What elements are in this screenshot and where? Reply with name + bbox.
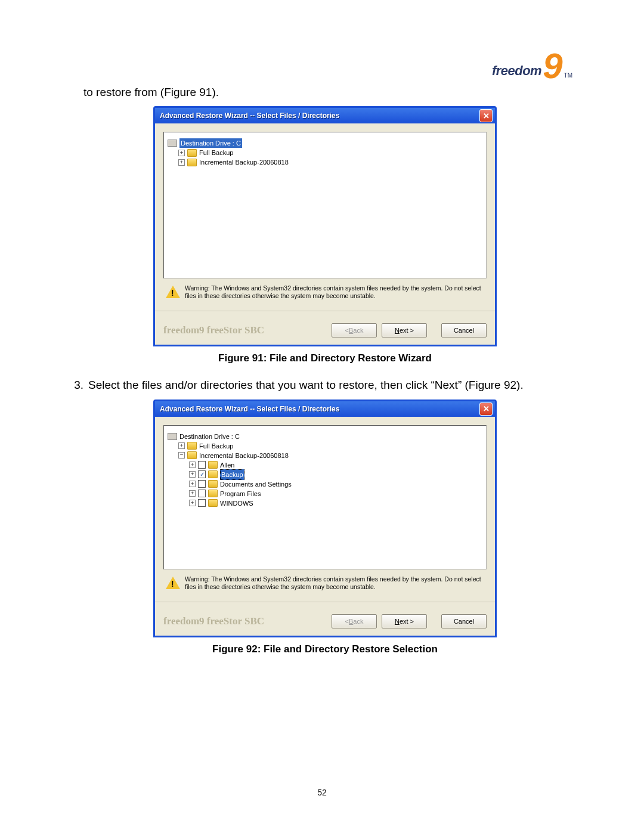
tree-item[interactable]: − Incremental Backup-20060818 (178, 451, 482, 460)
expand-icon[interactable]: + (178, 159, 185, 166)
footer-brand: freedom9 freeStor SBC (163, 324, 327, 336)
next-button[interactable]: Next > (382, 323, 427, 337)
tree-item[interactable]: + Allen (189, 460, 482, 470)
expand-icon[interactable]: + (189, 481, 196, 487)
tree-item-label: Backup (220, 469, 244, 480)
restore-wizard-dialog-92: Advanced Restore Wizard -- Select Files … (153, 400, 497, 637)
tree-item[interactable]: + ✓ Backup (189, 470, 482, 479)
expand-icon[interactable]: + (178, 442, 185, 449)
tree-item-label: Program Files (220, 489, 261, 498)
warning-text: Warning: The Windows and System32 direct… (185, 284, 484, 300)
tree-item-label: Incremental Backup-20060818 (199, 451, 289, 460)
dialog-title: Advanced Restore Wizard -- Select Files … (160, 112, 479, 120)
tree-item[interactable]: + Full Backup (178, 148, 482, 157)
expand-icon[interactable]: + (189, 490, 196, 497)
logo-nine: 9 (543, 54, 562, 79)
checkbox[interactable] (198, 480, 206, 488)
next-button[interactable]: Next > (382, 614, 427, 628)
file-tree[interactable]: Destination Drive : C + Full Backup − In… (163, 425, 487, 569)
tree-item-label: Allen (220, 460, 234, 470)
restore-wizard-dialog-91: Advanced Restore Wizard -- Select Files … (153, 106, 497, 346)
back-button: < Back (332, 323, 377, 337)
expand-icon[interactable]: + (189, 462, 196, 468)
close-button[interactable]: ✕ (479, 109, 493, 122)
titlebar: Advanced Restore Wizard -- Select Files … (155, 108, 495, 123)
figure-91-caption: Figure 91: File and Directory Restore Wi… (78, 352, 572, 364)
step-number: 3. (64, 376, 83, 394)
tree-item[interactable]: + Full Backup (178, 441, 482, 451)
file-tree[interactable]: Destination Drive : C + Full Backup + In… (163, 132, 487, 278)
drive-icon (168, 140, 177, 147)
tree-root[interactable]: Destination Drive : C (168, 432, 482, 441)
tree-item-label: Documents and Settings (220, 479, 292, 489)
tree-root[interactable]: Destination Drive : C (168, 138, 482, 148)
checkbox-checked[interactable]: ✓ (198, 470, 206, 478)
tree-item[interactable]: + Incremental Backup-20060818 (178, 157, 482, 167)
footer-brand: freedom9 freeStor SBC (163, 615, 327, 627)
step-text: Select the files and/or directories that… (88, 376, 524, 394)
folder-icon (208, 470, 218, 478)
warning-icon (166, 286, 179, 299)
expand-icon[interactable]: + (189, 471, 196, 478)
folder-icon (187, 149, 197, 157)
tree-root-label: Destination Drive : C (179, 432, 240, 441)
tree-item[interactable]: + WINDOWS (189, 498, 482, 508)
logo-word: freedom (492, 63, 541, 79)
dialog-footer: freedom9 freeStor SBC < Back Next > Canc… (155, 608, 495, 636)
checkbox[interactable] (198, 490, 206, 497)
folder-icon (208, 480, 218, 488)
tree-item-label: WINDOWS (220, 498, 253, 508)
tree-root-label: Destination Drive : C (179, 138, 242, 148)
close-icon: ✕ (483, 405, 490, 413)
collapse-icon[interactable]: − (178, 452, 185, 459)
warning-row: Warning: The Windows and System32 direct… (163, 575, 487, 591)
expand-icon[interactable]: + (178, 150, 185, 156)
folder-icon (208, 490, 218, 497)
tree-item[interactable]: + Documents and Settings (189, 479, 482, 489)
tree-item-label: Full Backup (199, 441, 233, 451)
back-button: < Back (332, 614, 377, 628)
close-icon: ✕ (483, 112, 490, 120)
warning-row: Warning: The Windows and System32 direct… (163, 284, 487, 300)
folder-icon (187, 159, 197, 166)
dialog-footer: freedom9 freeStor SBC < Back Next > Canc… (155, 317, 495, 345)
warning-icon (166, 577, 179, 590)
brand-logo: freedom 9 TM (492, 41, 572, 79)
titlebar: Advanced Restore Wizard -- Select Files … (155, 401, 495, 417)
intro-text: to restore from (Figure 91). (83, 83, 572, 101)
cancel-button[interactable]: Cancel (441, 614, 487, 628)
folder-icon (187, 451, 197, 459)
figure-92-caption: Figure 92: File and Directory Restore Se… (78, 643, 572, 655)
folder-icon (208, 461, 218, 469)
checkbox[interactable] (198, 499, 206, 507)
logo-tm: TM (564, 72, 572, 79)
folder-icon (187, 442, 197, 450)
page-number: 52 (0, 788, 644, 797)
tree-item[interactable]: + Program Files (189, 489, 482, 498)
tree-item-label: Full Backup (199, 148, 233, 157)
folder-icon (208, 499, 218, 507)
drive-icon (168, 433, 177, 440)
tree-item-label: Incremental Backup-20060818 (199, 157, 289, 167)
close-button[interactable]: ✕ (479, 402, 493, 416)
cancel-button[interactable]: Cancel (441, 323, 487, 337)
expand-icon[interactable]: + (189, 500, 196, 506)
checkbox[interactable] (198, 461, 206, 469)
step-3: 3. Select the files and/or directories t… (64, 376, 572, 394)
dialog-title: Advanced Restore Wizard -- Select Files … (160, 405, 479, 413)
warning-text: Warning: The Windows and System32 direct… (185, 575, 484, 591)
